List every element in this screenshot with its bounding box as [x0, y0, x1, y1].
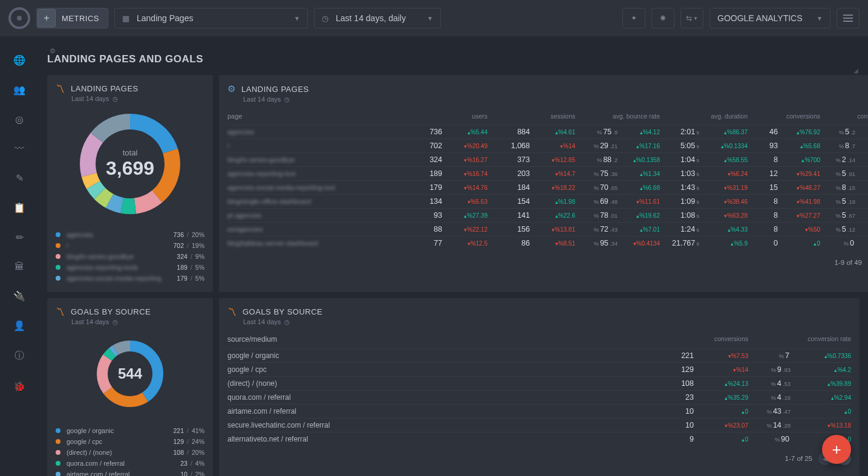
- cell-rate: %4.53: [748, 379, 791, 388]
- nav-globe-icon[interactable]: 🌐: [13, 54, 25, 66]
- cell-rate-delta: ▾%39.66: [855, 198, 868, 205]
- nav-info-icon[interactable]: ⓘ: [15, 350, 24, 362]
- left-nav-rail: 🌐 👥 ◎ 〰 ✎ 📋 ✏ 🏛 🔌 👤 ⓘ 🐞: [0, 36, 39, 476]
- legend-values: 108/20%: [174, 449, 204, 456]
- cell-conversions-delta: ▾%7.53: [694, 353, 748, 359]
- cell-conversions-delta: ▴0: [778, 240, 820, 247]
- cell-conversions: 23: [658, 393, 694, 402]
- nav-wand-icon[interactable]: ✏: [16, 232, 24, 243]
- table-row[interactable]: alternativeto.net / referral 9 ▴0 %90 ▴0: [227, 432, 851, 446]
- donut-center-label: total: [106, 148, 154, 157]
- table-row[interactable]: google / cpc 129 ▾%14 %9.93 ▴%4.2: [227, 362, 851, 376]
- clock-icon: ◷: [284, 96, 290, 103]
- cell-bounce-delta: ▴%17.16: [618, 143, 660, 149]
- table-row[interactable]: quora.com / referral 23 ▴%35.29 %4.16 ▴%…: [227, 390, 851, 404]
- nav-bank-icon[interactable]: 🏛: [15, 261, 24, 272]
- cell-source: google / cpc: [227, 365, 658, 374]
- cell-duration: 5:05s: [660, 142, 699, 150]
- metrics-button[interactable]: + METRICS: [36, 8, 108, 28]
- table-row[interactable]: blog/tableau-server-dashboard 77 ▾%12.5 …: [227, 236, 868, 250]
- cell-page: agencies: [227, 128, 397, 135]
- theme-bug-button[interactable]: ✺: [651, 8, 674, 28]
- table-row[interactable]: blog/single-office-dashboard 134 ▾%5.63 …: [227, 194, 868, 208]
- cell-conversions-delta: ▴%24.13: [694, 380, 748, 387]
- table-row[interactable]: airtame.com / referral 10 ▴0 %43.47 ▴0: [227, 404, 851, 418]
- cell-rate-delta: ▴%39.89: [791, 380, 851, 387]
- cell-duration-delta: ▴%86.37: [699, 129, 748, 135]
- fab-add-button[interactable]: +: [822, 435, 851, 464]
- cell-sessions: 156: [488, 225, 530, 233]
- cell-sessions-delta: ▾%12.85: [530, 157, 575, 163]
- cell-conversions: 9: [658, 435, 694, 443]
- clock-icon: ◷: [322, 14, 328, 23]
- cell-rate: %5.12: [820, 225, 855, 233]
- legend-row: agencies-social-media-reporting 179/5%: [56, 273, 204, 284]
- table-row[interactable]: agencies-social-media-reporting-tool 179…: [227, 180, 868, 194]
- nav-clipboard-icon[interactable]: 📋: [13, 202, 25, 214]
- cell-users: 88: [397, 225, 442, 233]
- cell-rate-delta: ▾%36.75: [855, 184, 868, 191]
- theme-fire-button[interactable]: ✦: [622, 8, 645, 28]
- pages-selector-label: Landing Pages: [137, 13, 193, 23]
- legend-row: agencies-reporting-tools 189/5%: [56, 262, 204, 273]
- legend-row: google / cpc 129/24%: [56, 436, 204, 447]
- share-button[interactable]: ⇆▼: [680, 8, 703, 28]
- nav-people-icon[interactable]: 👥: [13, 84, 25, 96]
- legend-name: /: [67, 242, 174, 249]
- cell-bounce: %75.9: [575, 128, 618, 136]
- cell-conversions-delta: ▴0: [694, 436, 748, 443]
- cell-duration: 1:08s: [660, 211, 699, 220]
- nav-user-icon[interactable]: 👤: [13, 320, 25, 331]
- cell-conversions-delta: ▴0: [694, 408, 748, 415]
- legend-row: blog/tv-series-goodbye 324/9%: [56, 251, 204, 262]
- nav-target-icon[interactable]: ◎: [15, 114, 24, 125]
- donut-center-value: 3,699: [106, 157, 154, 180]
- cell-bounce-delta: ▾%0.4134: [618, 240, 660, 247]
- main-content: ⚙ LANDING PAGES AND GOALS ◢ 〽 LANDING PA…: [39, 36, 868, 476]
- cell-rate: %14.28: [748, 421, 791, 429]
- table-row[interactable]: blog/tv-series-goodbye 324 ▾%16.27 373 ▾…: [227, 152, 868, 166]
- cell-duration: 1:09s: [660, 197, 699, 206]
- table-row[interactable]: pt agencies 93 ▴%27.39 141 ▴%22.6 %78.01…: [227, 208, 868, 222]
- cell-sessions-delta: ▾%18.22: [530, 184, 575, 191]
- page-settings-gear-icon[interactable]: ⚙: [50, 47, 56, 55]
- cell-bounce-delta: ▴%4.12: [618, 129, 660, 135]
- legend-row: / 702/19%: [56, 240, 204, 251]
- cell-rate-delta: ▴%69.11: [855, 129, 868, 135]
- cell-conversions: 129: [658, 365, 694, 374]
- pages-selector[interactable]: ▦ Landing Pages ▼: [114, 8, 308, 28]
- cell-rate: %0: [820, 239, 855, 247]
- table-row[interactable]: (direct) / (none) 108 ▴%24.13 %4.53 ▴%39…: [227, 376, 851, 390]
- cell-conversions-delta: ▴%5.68: [778, 143, 820, 149]
- page-title: LANDING PAGES AND GOALS: [47, 45, 860, 65]
- landing-pages-table-card: ⛶ ⚙ LANDING PAGES Last 14 days◷ page use…: [219, 75, 868, 292]
- nav-plugin-icon[interactable]: 🔌: [13, 290, 25, 302]
- table-row[interactable]: es/agencies 88 ▾%22.12 156 ▾%13.81 %72.4…: [227, 222, 868, 236]
- legend-values: 179/5%: [177, 275, 204, 282]
- cell-rate-delta: ▴%22.89: [855, 143, 868, 149]
- cell-bounce-delta: ▾%11.61: [618, 198, 660, 205]
- cell-bounce-delta: ▴%7.01: [618, 226, 660, 233]
- table-row[interactable]: / 702 ▾%20.49 1,068 ▾%14 %29.21 ▴%17.16 …: [227, 139, 868, 152]
- card-subtitle: Last 14 days: [243, 96, 281, 103]
- table-row[interactable]: secure.livechatinc.com / referral 10 ▾%2…: [227, 418, 851, 432]
- top-bar: + METRICS ▦ Landing Pages ▼ ◷ Last 14 da…: [0, 0, 868, 36]
- table-row[interactable]: agencies 736 ▴%5.44 884 ▴%4.61 %75.9 ▴%4…: [227, 125, 868, 139]
- col-conversion-rate: conversion rate: [820, 112, 868, 120]
- resize-handle[interactable]: ◢: [853, 67, 858, 74]
- hamburger-menu-button[interactable]: [837, 8, 860, 28]
- account-selector[interactable]: GOOGLE ANALYTICS ▼: [710, 8, 830, 28]
- cell-rate: %2.14: [820, 155, 855, 164]
- table-row[interactable]: google / organic 221 ▾%7.53 %7 ▴%0.7336: [227, 348, 851, 362]
- cell-conversions: 8: [748, 155, 778, 164]
- nav-debug-icon[interactable]: 🐞: [13, 380, 25, 392]
- nav-edit-icon[interactable]: ✎: [16, 172, 24, 184]
- clock-icon: ◷: [113, 96, 118, 102]
- cell-sessions: 141: [488, 211, 530, 220]
- table-row[interactable]: agencies-reporting-tool 189 ▾%16.74 203 …: [227, 166, 868, 180]
- cell-users-delta: ▴%27.39: [442, 212, 488, 219]
- cell-sessions: 154: [488, 197, 530, 206]
- nav-chart-icon[interactable]: 〰: [15, 143, 24, 154]
- time-selector[interactable]: ◷ Last 14 days, daily ▼: [314, 8, 441, 28]
- cell-source: quora.com / referral: [227, 393, 658, 402]
